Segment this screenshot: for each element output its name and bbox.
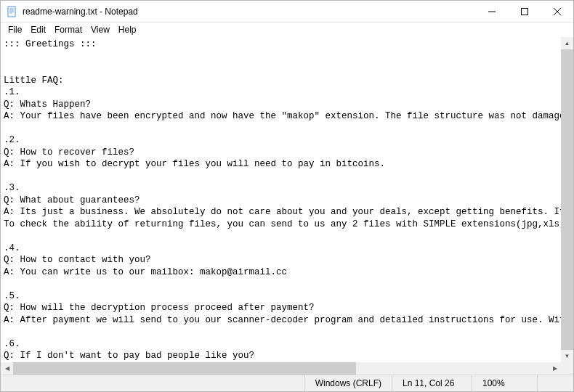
minimize-button[interactable]: [475, 1, 508, 23]
menu-file[interactable]: File: [4, 24, 26, 36]
statusbar: Windows (CRLF) Ln 11, Col 26 100%: [1, 375, 573, 391]
status-extra: [537, 375, 573, 391]
scroll-right-button[interactable]: ▶: [549, 362, 561, 375]
menu-view[interactable]: View: [86, 24, 114, 36]
app-icon: [7, 6, 18, 17]
titlebar: readme-warning.txt - Notepad: [1, 1, 573, 23]
notepad-window: readme-warning.txt - Notepad File Edit F…: [0, 0, 574, 392]
status-line-ending: Windows (CRLF): [304, 375, 392, 391]
window-controls: [475, 1, 573, 22]
vertical-scroll-thumb[interactable]: [561, 49, 573, 350]
status-zoom: 100%: [472, 375, 537, 391]
scroll-left-button[interactable]: ◀: [1, 362, 13, 375]
maximize-button[interactable]: [508, 1, 541, 23]
status-cursor-position: Ln 11, Col 26: [392, 375, 472, 391]
scroll-corner: [561, 362, 573, 375]
window-title: readme-warning.txt - Notepad: [23, 7, 475, 17]
horizontal-scroll-track[interactable]: [13, 362, 549, 375]
vertical-scroll-track[interactable]: [561, 49, 573, 350]
text-content[interactable]: ::: Greetings ::: Little FAQ: .1. Q: Wha…: [1, 37, 573, 375]
close-button[interactable]: [541, 1, 573, 23]
horizontal-scroll-thumb[interactable]: [13, 362, 356, 375]
menu-edit[interactable]: Edit: [26, 24, 50, 36]
vertical-scrollbar[interactable]: ▲ ▼: [561, 37, 573, 362]
scroll-down-button[interactable]: ▼: [561, 350, 573, 362]
editor-area: ::: Greetings ::: Little FAQ: .1. Q: Wha…: [1, 37, 573, 375]
scroll-up-button[interactable]: ▲: [561, 37, 573, 49]
menu-help[interactable]: Help: [114, 24, 141, 36]
horizontal-scrollbar[interactable]: ◀ ▶: [1, 362, 561, 375]
menubar: File Edit Format View Help: [1, 23, 573, 37]
menu-format[interactable]: Format: [50, 24, 86, 36]
svg-rect-6: [521, 9, 527, 15]
